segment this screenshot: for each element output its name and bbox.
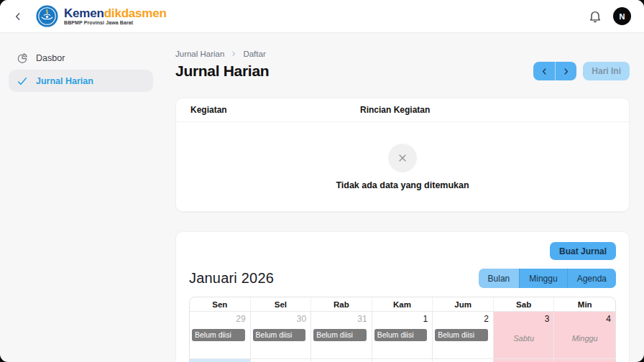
date-number: 31 bbox=[357, 314, 367, 324]
date-number: 1 bbox=[423, 314, 428, 324]
kemendikdasmen-emblem-icon bbox=[36, 5, 58, 27]
brand-name-part2: dikdasmen bbox=[104, 6, 167, 20]
day-of-week-header-row: Sen Sel Rab Kam Jum Sab Min bbox=[190, 297, 615, 312]
brand-logo[interactable]: Kemendikdasmen BBPMP Provinsi Jawa Barat bbox=[36, 5, 167, 27]
status-badge[interactable]: Belum diisi bbox=[374, 329, 428, 341]
sidebar-item-label: Dasbor bbox=[36, 53, 65, 63]
title-row: Jurnal Harian Hari Ini bbox=[175, 62, 630, 80]
status-badge[interactable]: Belum diisi bbox=[313, 329, 367, 341]
calendar-day-cell-3-sabtu[interactable]: 3 Sabtu bbox=[494, 312, 555, 358]
sidebar-item-jurnal-harian[interactable]: Jurnal Harian bbox=[9, 70, 153, 92]
next-button[interactable] bbox=[555, 62, 576, 80]
notifications-bell-icon[interactable] bbox=[588, 9, 602, 24]
brand-text: Kemendikdasmen BBPMP Provinsi Jawa Barat bbox=[64, 7, 167, 25]
dow-kam: Kam bbox=[372, 297, 433, 311]
status-badge[interactable]: Belum diisi bbox=[192, 329, 245, 341]
tab-minggu[interactable]: Minggu bbox=[519, 269, 566, 288]
sidebar-item-label: Jurnal Harian bbox=[36, 76, 93, 86]
calendar-day-cell-31[interactable]: 31 Belum diisi bbox=[311, 312, 372, 358]
status-badge[interactable]: Belum diisi bbox=[435, 329, 488, 341]
calendar-day-cell[interactable] bbox=[372, 358, 433, 362]
date-number: 2 bbox=[484, 314, 489, 324]
calendar-day-cell[interactable] bbox=[494, 358, 555, 362]
dow-sel: Sel bbox=[251, 297, 312, 311]
chevron-left-icon bbox=[540, 67, 549, 76]
empty-state: Tidak ada data yang ditemukan bbox=[176, 122, 629, 211]
calendar-view-tabs: Bulan Minggu Agenda bbox=[479, 269, 616, 288]
calendar-day-cell-2[interactable]: 2 Belum diisi bbox=[433, 312, 494, 358]
column-header-kegiatan: Kegiatan bbox=[190, 105, 360, 115]
calendar-toolbar: Buat Jurnal bbox=[189, 242, 616, 260]
main-content: Jurnal Harian Daftar Jurnal Harian bbox=[164, 33, 644, 362]
date-number: 4 bbox=[606, 314, 611, 324]
tab-bulan[interactable]: Bulan bbox=[479, 269, 520, 288]
calendar-week-row-partial bbox=[190, 358, 615, 362]
calendar-day-cell[interactable] bbox=[251, 358, 312, 362]
date-number: 3 bbox=[545, 314, 550, 324]
sidebar: Dasbor Jurnal Harian bbox=[0, 33, 164, 362]
user-avatar[interactable]: N bbox=[613, 7, 631, 25]
today-button[interactable]: Hari Ini bbox=[583, 62, 630, 80]
table-header-row: Kegiatan Rincian Kegiatan bbox=[176, 98, 629, 122]
calendar-day-cell-1[interactable]: 1 Belum diisi bbox=[372, 312, 433, 358]
calendar-grid: Sen Sel Rab Kam Jum Sab Min 29 Belum dii… bbox=[189, 297, 616, 362]
dow-sen: Sen bbox=[190, 297, 251, 311]
calendar-day-cell[interactable] bbox=[554, 358, 615, 362]
top-bar-right: N bbox=[588, 7, 631, 25]
calendar-header: Januari 2026 Bulan Minggu Agenda bbox=[189, 269, 616, 288]
top-bar-left: Kemendikdasmen BBPMP Provinsi Jawa Barat bbox=[10, 5, 167, 27]
x-circle-icon bbox=[388, 144, 417, 172]
calendar-week-row: 29 Belum diisi 30 Belum diisi 31 Belum d… bbox=[190, 312, 615, 358]
dow-sab: Sab bbox=[494, 297, 555, 311]
date-number: 29 bbox=[236, 314, 245, 324]
brand-name-part1: Kemen bbox=[64, 6, 104, 20]
journal-table-card: Kegiatan Rincian Kegiatan Tidak ada data… bbox=[175, 98, 630, 212]
calendar-card: Buat Jurnal Januari 2026 Bulan Minggu Ag… bbox=[175, 231, 630, 362]
calendar-day-cell-30[interactable]: 30 Belum diisi bbox=[251, 312, 312, 358]
empty-state-message: Tidak ada data yang ditemukan bbox=[336, 180, 469, 190]
calendar-day-cell[interactable] bbox=[433, 358, 494, 362]
dow-min: Min bbox=[554, 297, 615, 311]
status-badge[interactable]: Belum diisi bbox=[253, 329, 306, 341]
content-frame: Dasbor Jurnal Harian Jurnal Harian Dafta… bbox=[0, 33, 644, 362]
dow-jum: Jum bbox=[433, 297, 494, 311]
sidebar-item-dasbor[interactable]: Dasbor bbox=[9, 47, 153, 69]
prev-button[interactable] bbox=[533, 62, 555, 80]
prev-next-group bbox=[533, 62, 576, 80]
breadcrumb-item-jurnal-harian[interactable]: Jurnal Harian bbox=[175, 49, 224, 59]
calendar-day-cell-today[interactable] bbox=[190, 358, 251, 362]
back-icon[interactable] bbox=[10, 9, 26, 24]
page-title: Jurnal Harian bbox=[175, 62, 269, 80]
breadcrumb-item-daftar[interactable]: Daftar bbox=[243, 49, 265, 59]
breadcrumb: Jurnal Harian Daftar bbox=[175, 49, 630, 59]
brand-subtitle: BBPMP Provinsi Jawa Barat bbox=[64, 20, 167, 25]
calendar-day-cell-4-minggu[interactable]: 4 Minggu bbox=[554, 312, 615, 358]
create-journal-button[interactable]: Buat Jurnal bbox=[550, 242, 616, 260]
weekend-label: Sabtu bbox=[494, 334, 554, 343]
top-bar: Kemendikdasmen BBPMP Provinsi Jawa Barat… bbox=[0, 0, 644, 33]
calendar-month-title: Januari 2026 bbox=[189, 270, 274, 287]
tab-agenda[interactable]: Agenda bbox=[567, 269, 616, 288]
column-header-rincian-kegiatan: Rincian Kegiatan bbox=[360, 105, 430, 115]
chevron-right-icon bbox=[561, 67, 571, 76]
check-icon bbox=[17, 75, 28, 87]
dow-rab: Rab bbox=[311, 297, 372, 311]
brand-name: Kemendikdasmen bbox=[64, 7, 167, 20]
pie-chart-icon bbox=[17, 52, 28, 64]
calendar-day-cell-29[interactable]: 29 Belum diisi bbox=[190, 312, 251, 358]
calendar-day-cell[interactable] bbox=[311, 358, 372, 362]
app-window: Kemendikdasmen BBPMP Provinsi Jawa Barat… bbox=[0, 0, 644, 362]
weekend-label: Minggu bbox=[554, 334, 615, 343]
date-number: 30 bbox=[297, 314, 306, 324]
calendar-nav-controls: Hari Ini bbox=[533, 62, 630, 80]
chevron-right-icon bbox=[230, 50, 237, 57]
